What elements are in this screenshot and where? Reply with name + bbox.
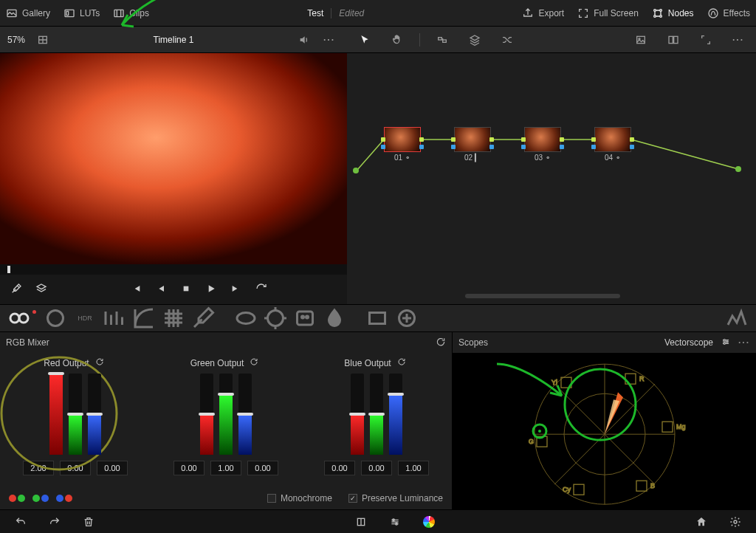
monochrome-checkbox[interactable]: Monochrome bbox=[267, 493, 332, 503]
effects-button[interactable]: Effects bbox=[707, 7, 750, 19]
hand-tool-icon[interactable] bbox=[387, 30, 408, 50]
green-g-value[interactable]: 1.00 bbox=[210, 461, 241, 475]
eyedropper-icon[interactable] bbox=[10, 283, 22, 297]
red-r-slider[interactable] bbox=[49, 374, 63, 455]
node-scrollbar[interactable] bbox=[465, 294, 620, 298]
page-color-icon[interactable] bbox=[419, 512, 439, 532]
timeline-name[interactable]: Timeline 1 bbox=[154, 35, 194, 45]
red-r-value[interactable]: 2.00 bbox=[23, 461, 54, 475]
blur-icon[interactable] bbox=[321, 308, 348, 329]
fullscreen-button[interactable]: Full Screen bbox=[577, 7, 639, 19]
scopes-toggle-icon[interactable] bbox=[724, 308, 750, 329]
scope-more-icon[interactable]: ··· bbox=[738, 337, 750, 348]
gear-icon[interactable] bbox=[725, 512, 746, 532]
blue-g-value[interactable]: 0.00 bbox=[361, 461, 392, 475]
viewer-more-icon[interactable]: ··· bbox=[319, 30, 340, 50]
audio-icon[interactable] bbox=[294, 30, 315, 50]
undo-icon[interactable] bbox=[10, 512, 31, 532]
blue-b-slider[interactable] bbox=[389, 374, 402, 455]
node-graph[interactable]: 01⚬ 02▎ 03⚬ 04⚬ bbox=[347, 53, 756, 304]
stack-icon[interactable] bbox=[35, 283, 47, 297]
sizing-icon[interactable] bbox=[394, 308, 420, 329]
green-reset-icon[interactable] bbox=[250, 357, 261, 369]
vectorscope-display[interactable]: R Mg B Cy G Yl bbox=[453, 353, 756, 509]
rgb-reset-icon[interactable] bbox=[436, 337, 446, 349]
red-b-slider[interactable] bbox=[88, 374, 101, 455]
redo-icon[interactable] bbox=[44, 512, 65, 532]
green-b-slider[interactable] bbox=[238, 374, 252, 455]
panels-icon[interactable] bbox=[663, 30, 684, 50]
warper-icon[interactable] bbox=[160, 308, 187, 329]
svg-point-7 bbox=[660, 15, 662, 17]
step-back-icon[interactable] bbox=[155, 283, 167, 297]
blue-r-slider[interactable] bbox=[351, 374, 364, 455]
swap-rg-button[interactable] bbox=[9, 495, 25, 502]
luts-button[interactable]: LUTs bbox=[63, 7, 100, 19]
green-g-slider[interactable] bbox=[219, 374, 233, 455]
graph-input-dot[interactable] bbox=[353, 168, 359, 173]
stop-icon[interactable] bbox=[180, 283, 192, 297]
red-g-value[interactable]: 0.00 bbox=[60, 461, 91, 475]
red-output-block: Red Output 2.00 0.00 0.00 bbox=[1, 357, 149, 487]
curves-icon[interactable] bbox=[131, 308, 157, 329]
blue-output-label: Blue Output bbox=[344, 358, 391, 368]
scrub-bar[interactable] bbox=[0, 264, 347, 275]
gallery-button[interactable]: Gallery bbox=[6, 7, 50, 19]
blue-r-value[interactable]: 0.00 bbox=[324, 461, 355, 475]
svg-rect-48 bbox=[574, 484, 584, 495]
viewer-frame[interactable] bbox=[0, 53, 347, 264]
node-add-icon[interactable] bbox=[432, 30, 453, 50]
scope-settings-icon[interactable] bbox=[721, 337, 731, 349]
trash-icon[interactable] bbox=[78, 512, 99, 532]
loop-icon[interactable] bbox=[255, 283, 267, 297]
svg-point-34 bbox=[726, 340, 728, 342]
node-01[interactable]: 01⚬ bbox=[384, 127, 421, 162]
hdr-icon[interactable]: HDR bbox=[72, 308, 98, 329]
project-name[interactable]: Test bbox=[307, 8, 323, 18]
qualifier-icon[interactable] bbox=[190, 308, 216, 329]
blue-b-value[interactable]: 1.00 bbox=[398, 461, 429, 475]
node-02[interactable]: 02▎ bbox=[454, 127, 491, 162]
page-edit-icon[interactable] bbox=[385, 512, 405, 532]
red-reset-icon[interactable] bbox=[95, 357, 107, 369]
nodes-more-icon[interactable]: ··· bbox=[728, 30, 749, 50]
tracker-icon[interactable] bbox=[262, 308, 289, 329]
export-button[interactable]: Export bbox=[522, 7, 564, 19]
red-output-label: Red Output bbox=[44, 358, 89, 368]
key-icon[interactable] bbox=[364, 308, 391, 329]
page-cut-icon[interactable] bbox=[351, 512, 371, 532]
green-b-value[interactable]: 0.00 bbox=[247, 461, 278, 475]
swap-gb-button[interactable] bbox=[32, 495, 49, 502]
layers-icon[interactable] bbox=[464, 30, 485, 50]
expand-icon[interactable] bbox=[695, 30, 716, 50]
image-icon[interactable] bbox=[630, 30, 651, 50]
zoom-level[interactable]: 57% bbox=[7, 35, 25, 45]
preserve-luminance-checkbox[interactable]: ✓Preserve Luminance bbox=[348, 493, 443, 503]
play-icon[interactable] bbox=[205, 283, 217, 297]
red-b-value[interactable]: 0.00 bbox=[97, 461, 128, 475]
blue-g-slider[interactable] bbox=[370, 374, 383, 455]
shuffle-icon[interactable] bbox=[497, 30, 518, 50]
scope-mode[interactable]: Vectorscope bbox=[664, 337, 713, 348]
green-r-value[interactable]: 0.00 bbox=[173, 461, 205, 475]
rgb-mixer-icon[interactable] bbox=[101, 308, 128, 329]
swap-br-button[interactable] bbox=[56, 495, 72, 502]
green-r-slider[interactable] bbox=[200, 374, 213, 455]
magic-mask-icon[interactable] bbox=[292, 308, 318, 329]
clips-button[interactable]: Clips bbox=[113, 7, 149, 19]
node-04[interactable]: 04⚬ bbox=[594, 127, 631, 162]
window-icon[interactable] bbox=[233, 308, 259, 329]
transport-controls bbox=[0, 275, 347, 304]
nodes-button[interactable]: Nodes bbox=[652, 7, 694, 19]
blue-reset-icon[interactable] bbox=[397, 357, 409, 369]
primaries-wheels-icon[interactable] bbox=[6, 308, 32, 329]
next-clip-icon[interactable] bbox=[230, 283, 242, 297]
primaries-bars-icon[interactable] bbox=[42, 308, 69, 329]
graph-output-dot[interactable] bbox=[735, 166, 741, 172]
node-03[interactable]: 03⚬ bbox=[524, 127, 561, 162]
grid-icon[interactable] bbox=[32, 30, 53, 50]
home-icon[interactable] bbox=[691, 512, 712, 532]
red-g-slider[interactable] bbox=[69, 374, 82, 455]
prev-clip-icon[interactable] bbox=[130, 283, 142, 297]
pointer-tool-icon[interactable] bbox=[354, 30, 375, 50]
